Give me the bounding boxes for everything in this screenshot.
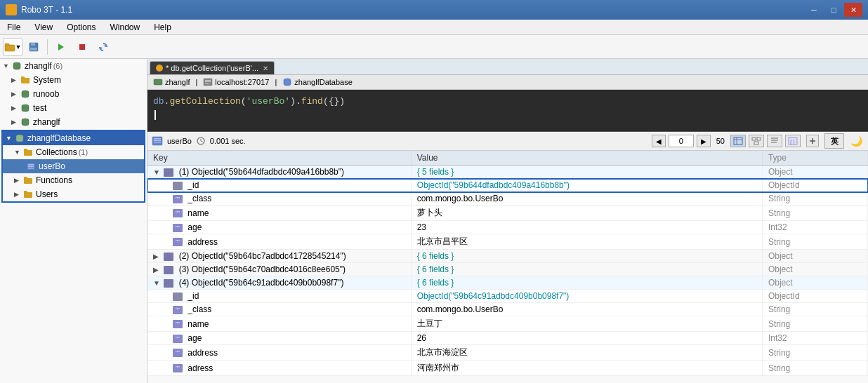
row-key: "" adress [147,361,411,376]
row-key-label: name [188,208,209,218]
row-icon: "" [173,224,183,232]
row-key-label: _id [188,180,199,190]
row-type: String [762,206,867,221]
table-row[interactable]: "" name 土豆丁 String [147,316,868,332]
sidebar-item-system[interactable]: ▶ System [0,73,147,87]
svg-rect-6 [79,44,85,50]
row-type: String [762,361,867,376]
expand-arrow[interactable]: ▶ [153,253,162,260]
conn-database-label: zhanglfDatabase [294,78,353,86]
col-header-type: Type [762,151,867,166]
stop-button[interactable] [72,38,92,56]
expand-arrow[interactable]: ▼ [153,279,162,287]
table-row[interactable]: ▼ (4) ObjectId("59b64c91adbdc409b0b098f7… [147,276,868,290]
row-value: 北京市海淀区 [411,345,762,361]
row-key: _id [147,290,411,303]
table-row[interactable]: "" adress 河南郑州市 String [147,361,868,376]
view-text-button[interactable] [767,135,782,147]
expand-arrow[interactable]: ▼ [153,168,162,176]
row-icon: "" [173,335,183,343]
menu-help[interactable]: Help [147,21,178,34]
prev-page-button[interactable]: ◀ [652,135,666,147]
results-toolbar: userBo 0.001 sec. ◀ ▶ 50 { } [147,132,868,151]
table-row[interactable]: "" age 23 Int32 [147,221,868,234]
sidebar-label-users: Users [36,189,58,199]
table-row[interactable]: "" age 26 Int32 [147,332,868,345]
open-dropdown[interactable]: ▼ [3,38,22,56]
sidebar-item-zhanglf-sub[interactable]: ▶ zhanglf [0,115,147,129]
sidebar-item-functions[interactable]: ▶ Functions [3,173,144,187]
connection-bar: zhanglf | localhost:27017 | zhanglfDatab… [147,75,868,90]
svg-rect-18 [205,80,211,81]
table-row[interactable]: _id ObjectId("59b64c91adbdc409b0b098f7")… [147,290,868,303]
sidebar-item-users[interactable]: ▶ Users [3,187,144,201]
conn-host-label: localhost:27017 [215,78,269,86]
expand-arrow: ▶ [11,76,20,83]
svg-line-28 [201,141,203,142]
row-type: String [762,316,867,332]
expand-arrow: ▶ [14,177,22,184]
sidebar-label-zhanglfDatabase: zhanglfDatabase [27,133,91,143]
row-icon: "" [173,195,183,203]
sidebar-item-runoob[interactable]: ▶ runoob [0,87,147,101]
row-icon [173,293,183,301]
play-button[interactable] [51,38,71,56]
row-type: String [762,303,867,316]
row-key-label: age [188,333,202,343]
editor-area[interactable]: db.getCollection('userBo').find({}) [147,90,868,132]
sidebar-item-userBo[interactable]: userBo [3,159,144,173]
row-key: "" age [147,221,411,234]
theme-button[interactable]: 🌙 [848,133,864,149]
table-row[interactable]: "" _class com.mongo.bo.UserBo String [147,303,868,316]
svg-rect-0 [5,45,15,51]
view-custom-button[interactable]: { } [785,135,801,147]
minimize-button[interactable]: ─ [805,3,823,17]
next-page-button[interactable]: ▶ [697,135,711,147]
editor-line-1: db.getCollection('userBo').find({}) [153,94,862,108]
editor-cursor [154,110,156,120]
close-button[interactable]: ✕ [844,3,862,17]
sidebar-label-collections: Collections [36,147,77,157]
sidebar-item-collections[interactable]: ▼ Collections (1) [3,145,144,159]
row-icon: "" [173,306,183,314]
table-row[interactable]: "" address 北京市海淀区 String [147,345,868,361]
add-button[interactable] [806,135,819,147]
table-row[interactable]: ▼ (1) ObjectId("59b644dfadbdc409a416bb8b… [147,166,868,179]
results-collection-icon [152,136,163,146]
row-key: "" _class [147,192,411,206]
expand-arrow[interactable]: ▶ [153,266,162,274]
svg-rect-1 [5,43,9,46]
sidebar-item-test[interactable]: ▶ test [0,101,147,115]
conn-separator-1: | [195,78,197,86]
table-row[interactable]: "" name 萝卜头 String [147,206,868,221]
page-number-input[interactable] [669,135,694,147]
timer-icon [196,136,206,146]
lang-button[interactable]: 英 [824,133,844,149]
row-key-label: _class [188,194,211,203]
refresh-button[interactable] [93,38,113,56]
table-row[interactable]: "" address 北京市昌平区 String [147,234,868,250]
menu-options[interactable]: Options [60,21,103,34]
table-row[interactable]: ▶ (2) ObjectId("59b64bc7adbdc41728545214… [147,250,868,263]
tab-close-button[interactable]: ✕ [263,65,268,72]
table-row[interactable]: "" _class com.mongo.bo.UserBo String [147,192,868,206]
menu-view[interactable]: View [27,21,60,34]
row-icon: "" [173,238,183,246]
maximize-button[interactable]: □ [824,3,843,17]
view-table-button[interactable] [730,135,746,147]
main-tab[interactable]: * db.getCollection('userB'... ✕ [150,61,275,74]
svg-rect-13 [28,164,34,166]
svg-rect-33 [757,137,761,140]
row-type: String [762,345,867,361]
save-button[interactable] [24,38,44,56]
sidebar-item-zhanglfDatabase[interactable]: ▼ zhanglfDatabase [3,131,144,145]
sidebar-item-zhanglf[interactable]: ▼ zhanglf (6) [0,59,147,73]
sidebar-label-system: System [33,75,61,85]
table-row[interactable]: _id ObjectId("59b644dfadbdc409a416bb8b")… [147,179,868,192]
view-tree-button[interactable] [749,135,764,147]
expand-arrow: ▶ [11,105,20,112]
table-row[interactable]: ▶ (3) ObjectId("59b64c70adbdc4016c8ee605… [147,263,868,276]
row-value: 土豆丁 [411,316,762,332]
menu-window[interactable]: Window [103,21,147,34]
menu-file[interactable]: File [0,21,27,34]
